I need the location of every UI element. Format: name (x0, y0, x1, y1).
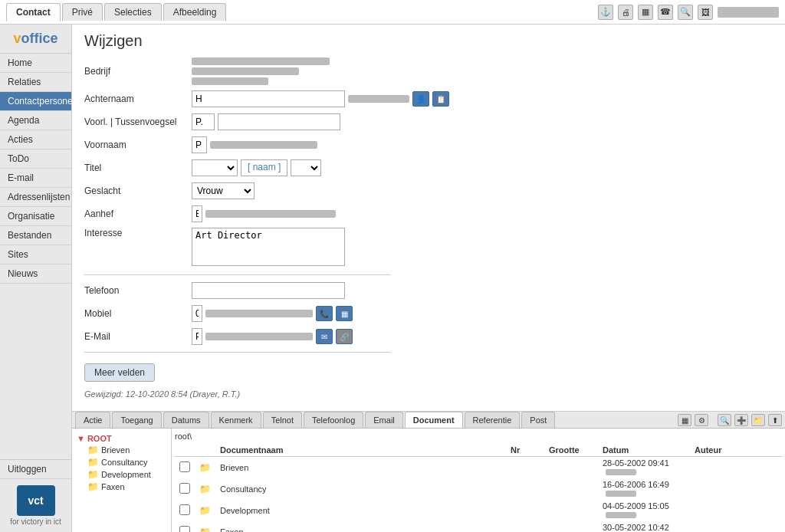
tab-prive[interactable]: Privé (62, 3, 103, 21)
tree-children: 📁 Brieven 📁 Consultancy 📁 Development (87, 444, 166, 493)
bottom-tab-datums[interactable]: Datums (163, 412, 209, 428)
file-name[interactable]: Development (215, 500, 506, 521)
tree-label-development: Development (101, 470, 151, 479)
file-checkbox[interactable] (179, 483, 190, 494)
sidebar-item-agenda[interactable]: Agenda (0, 111, 71, 130)
bottom-tab-telnot[interactable]: Telnot (263, 412, 302, 428)
naam-placeholder[interactable]: [ naam ] (241, 159, 287, 176)
meer-velden-button[interactable]: Meer velden (84, 363, 155, 382)
voorl-value (192, 113, 340, 130)
bottom-section: Actie Toegang Datums Kenmerk Telnot Tele… (72, 411, 785, 532)
bottom-tab-email[interactable]: Email (365, 412, 403, 428)
tab-afbeelding[interactable]: Afbeelding (163, 3, 227, 21)
voorl-row: Voorl. | Tussenvoegsel (84, 113, 773, 131)
grid-icon[interactable]: ▦ (638, 5, 653, 20)
tree-root[interactable]: ▼ ROOT (77, 433, 166, 444)
file-name[interactable]: Consultancy (215, 478, 506, 500)
voornaam-blurred (210, 141, 317, 149)
interesse-textarea[interactable]: Art Director (192, 228, 345, 266)
tree-item-faxen[interactable]: 📁 Faxen (87, 481, 166, 493)
bottom-tab-telefoonlog[interactable]: Telefoonlog (304, 412, 363, 428)
page-title: Wijzigen (84, 32, 773, 50)
interesse-label: Interesse (84, 228, 192, 238)
file-name[interactable]: Brieven (215, 457, 506, 479)
doc-icon6[interactable]: ⬆ (768, 414, 782, 426)
anchor-icon[interactable]: ⚓ (598, 5, 613, 20)
tab-selecties[interactable]: Selecties (104, 3, 162, 21)
tree-item-brieven[interactable]: 📁 Brieven (87, 444, 166, 456)
author-blurred (606, 469, 636, 475)
search-icon[interactable]: 🔍 (678, 5, 693, 20)
doc-icon5[interactable]: 📁 (751, 414, 765, 426)
doc-icon1[interactable]: ▦ (678, 414, 691, 426)
aanhef-value (192, 205, 336, 222)
main-layout: voffice Home Relaties Contactpersonen Ag… (0, 25, 785, 532)
col-datum: Datum (598, 444, 690, 457)
file-checkbox[interactable] (179, 526, 190, 532)
doc-icon3[interactable]: 🔍 (718, 414, 731, 426)
aanhef-input-prefix[interactable] (192, 205, 202, 222)
achternaam-label: Achternaam (84, 94, 192, 104)
sidebar-item-sites[interactable]: Sites (0, 245, 71, 264)
user-info (718, 7, 779, 18)
tab-contact[interactable]: Contact (6, 3, 61, 21)
mobiel-barcode-icon[interactable]: ▦ (336, 306, 353, 321)
bottom-tab-toegang[interactable]: Toegang (112, 412, 161, 428)
sidebar-item-organisatie[interactable]: Organisatie (0, 207, 71, 226)
print-icon[interactable]: 🖨 (618, 5, 633, 20)
sidebar-item-contactpersonen[interactable]: Contactpersonen (0, 92, 71, 111)
achternaam-icon2[interactable]: 📋 (432, 91, 449, 107)
doc-icon2[interactable]: ⚙ (695, 414, 708, 426)
email-link-icon[interactable]: 🔗 (336, 329, 353, 344)
tree-label-faxen: Faxen (101, 482, 125, 491)
voorl-input[interactable] (192, 113, 215, 130)
achternaam-input[interactable] (192, 90, 345, 107)
folder-icon: 📁 (87, 445, 99, 455)
tussenvoegsel-input[interactable] (218, 113, 340, 130)
mobiel-input[interactable] (192, 305, 202, 322)
achternaam-icon1[interactable]: 👤 (412, 91, 429, 107)
bottom-tab-document[interactable]: Document (405, 412, 463, 428)
form-area: Wijzigen Bedrijf Achternaam (72, 25, 785, 411)
top-icons: ⚓ 🖨 ▦ ☎ 🔍 🖼 (598, 5, 779, 20)
mobiel-row: Mobiel 📞 ▦ (84, 304, 773, 323)
vct-tagline: for victory in ict (6, 517, 65, 526)
tree-item-consultancy[interactable]: 📁 Consultancy (87, 456, 166, 468)
sidebar-item-uitloggen[interactable]: Uitloggen (0, 460, 71, 479)
file-checkbox[interactable] (179, 461, 190, 472)
geslacht-select[interactable]: Vrouw Man Onbekend (192, 182, 255, 199)
tree-item-development[interactable]: 📁 Development (87, 468, 166, 481)
mobiel-call-icon[interactable]: 📞 (316, 306, 333, 321)
sidebar-item-todo[interactable]: ToDo (0, 149, 71, 169)
doc-icon4[interactable]: ➕ (734, 414, 748, 426)
sidebar-item-acties[interactable]: Acties (0, 130, 71, 149)
voornaam-input[interactable] (192, 136, 207, 153)
bottom-tab-icons: ▦ ⚙ 🔍 ➕ 📁 ⬆ (678, 414, 782, 428)
mobiel-label: Mobiel (84, 308, 192, 319)
sidebar-item-email[interactable]: E-mail (0, 169, 71, 188)
table-row: 📁 Brieven 28-05-2002 09:41 (175, 457, 782, 479)
email-input[interactable] (192, 328, 202, 345)
voornaam-value (192, 136, 317, 153)
tree-root-icon: ▼ (77, 434, 85, 443)
sidebar-item-bestanden[interactable]: Bestanden (0, 226, 71, 245)
titel-select1[interactable] (192, 159, 238, 176)
voornaam-label: Voornaam (84, 140, 192, 150)
telefoon-label: Telefoon (84, 285, 192, 296)
image-icon[interactable]: 🖼 (698, 5, 713, 20)
phone-icon[interactable]: ☎ (658, 5, 673, 20)
sidebar-item-nieuws[interactable]: Nieuws (0, 264, 71, 284)
titel-select2[interactable] (291, 159, 321, 176)
file-checkbox[interactable] (179, 504, 190, 515)
sidebar-item-relaties[interactable]: Relaties (0, 73, 71, 92)
sidebar-item-home[interactable]: Home (0, 54, 71, 73)
bottom-tab-actie[interactable]: Actie (75, 412, 110, 428)
bottom-tab-referentie[interactable]: Referentie (465, 412, 521, 428)
bottom-tab-kenmerk[interactable]: Kenmerk (211, 412, 261, 428)
voornaam-row: Voornaam (84, 136, 773, 154)
telefoon-input[interactable] (192, 282, 345, 299)
file-name[interactable]: Faxen (215, 521, 506, 532)
bottom-tab-post[interactable]: Post (521, 412, 555, 428)
email-send-icon[interactable]: ✉ (316, 329, 333, 344)
sidebar-item-adressenlijsten[interactable]: Adressenlijsten (0, 188, 71, 207)
